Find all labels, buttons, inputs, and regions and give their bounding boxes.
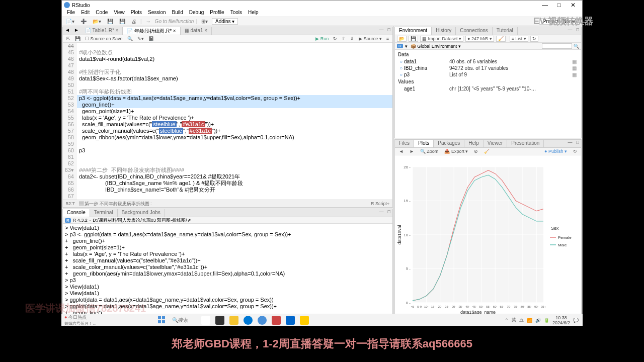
show-in-new-button[interactable]: ⇱	[65, 36, 72, 41]
nav-fwd-button[interactable]: ►	[72, 27, 81, 35]
export-button[interactable]: 📤 Export ▾	[442, 149, 470, 154]
open-file-button[interactable]: 📂▾	[91, 19, 103, 24]
env-search-input[interactable]	[542, 43, 572, 49]
working-dir: D:/课程材料/同人发表论/实现03 双画图-折线图/	[93, 217, 187, 224]
tray-chevron-icon[interactable]: ⌃	[505, 318, 509, 323]
tray-notif-icon[interactable]: 💬	[573, 318, 579, 323]
tab-console[interactable]: Console	[63, 209, 90, 217]
tray-lang2[interactable]: 五	[519, 317, 524, 323]
tab-plots[interactable]: Plots	[414, 140, 434, 147]
menu-plots[interactable]: Plots	[128, 10, 145, 17]
tab-packages[interactable]: Packages	[434, 140, 464, 147]
tab-files[interactable]: Files	[395, 140, 414, 147]
close-button[interactable]: ✕	[566, 2, 580, 9]
save-source-button[interactable]: 💾	[73, 36, 82, 41]
tb-app-icon[interactable]	[300, 316, 309, 325]
code-editor[interactable]: 4445#取小2位数点46data1$val<-round(data1$val,…	[63, 43, 392, 200]
tab-help[interactable]: Help	[464, 140, 484, 147]
go-up-button[interactable]: ⇧	[340, 36, 347, 41]
tb-app-icon[interactable]	[215, 316, 224, 325]
source-on-save-checkbox[interactable]: ☐ Source on Save	[84, 36, 124, 41]
refresh-env-button[interactable]: ↻	[530, 36, 538, 42]
tab-connections[interactable]: Connections	[456, 27, 493, 35]
console-minimize-icon[interactable]: —	[377, 209, 386, 217]
tb-app-icon[interactable]	[286, 316, 295, 325]
zoom-button[interactable]: 🔍 Zoom	[418, 149, 441, 154]
menu-file[interactable]: File	[64, 10, 78, 17]
import-dataset-button[interactable]: ▦ Import Dataset ▾	[420, 36, 463, 42]
source-maximize-icon[interactable]: □	[386, 27, 392, 35]
new-file-button[interactable]: 📄▾	[64, 19, 76, 24]
outline-button[interactable]: ≡	[385, 36, 390, 41]
nav-back-button[interactable]: ◄	[63, 27, 72, 35]
wd-browse-icon[interactable]: ⇗	[187, 218, 191, 223]
menu-tools[interactable]: Tools	[227, 10, 245, 17]
menu-debug[interactable]: Debug	[186, 10, 207, 17]
menu-build[interactable]: Build	[169, 10, 186, 17]
refresh-plot-button[interactable]: ↻	[571, 149, 579, 154]
load-workspace-button[interactable]: 📂	[397, 36, 407, 42]
env-view-mode[interactable]: ≡ List ▾	[510, 36, 528, 42]
save-all-button[interactable]: 💾	[117, 19, 127, 24]
source-minimize-icon[interactable]: —	[377, 27, 386, 35]
save-button[interactable]: 💾	[105, 19, 115, 24]
plots-maximize-icon[interactable]: □	[575, 140, 581, 147]
svg-text:85-: 85-	[527, 305, 532, 308]
plot-prev-button[interactable]: ◄	[397, 149, 406, 154]
menu-view[interactable]: View	[111, 10, 128, 17]
taskbar-search[interactable]: 🔍 搜索	[169, 317, 191, 324]
print-button[interactable]: 🖨	[129, 19, 138, 24]
compile-button[interactable]: 📓	[147, 36, 155, 41]
tab-ageplot[interactable]: 📄 年龄段折线图.R* ×	[123, 27, 180, 35]
tab-presentation[interactable]: Presentation	[507, 140, 544, 147]
plot-area: 0 -5 -10 -15 -20 -<55-910-15-20-25-30-35…	[395, 155, 581, 324]
tab-tutorial[interactable]: Tutorial	[493, 27, 518, 35]
plots-minimize-icon[interactable]: —	[566, 140, 575, 147]
remove-plot-button[interactable]: ⊘	[472, 149, 480, 154]
env-minimize-icon[interactable]: —	[566, 27, 575, 35]
tray-battery-icon[interactable]: 🔋	[544, 318, 549, 323]
tab-table1[interactable]: 📄 Table1.R* ×	[81, 27, 123, 35]
tab-viewer[interactable]: Viewer	[484, 140, 507, 147]
tray-volume-icon[interactable]: 🔊	[535, 318, 541, 323]
console-maximize-icon[interactable]: □	[386, 209, 392, 217]
memory-usage[interactable]: ● 247 MiB ▾	[465, 36, 494, 42]
goto-input[interactable]: Go to file/function	[155, 19, 194, 24]
run-button[interactable]: ▶ Run	[314, 36, 330, 41]
tab-terminal[interactable]: Terminal	[90, 209, 118, 217]
rerun-button[interactable]: ↻	[332, 36, 339, 41]
tb-edge-icon[interactable]	[244, 316, 253, 325]
new-project-button[interactable]: ➕	[78, 19, 89, 24]
publish-button[interactable]: ● Publish ▾	[542, 149, 569, 154]
plot-next-button[interactable]: ►	[408, 149, 416, 154]
tab-data1[interactable]: ▦ data1 ×	[181, 27, 212, 35]
tray-lang1[interactable]: 英	[512, 317, 516, 323]
menu-help[interactable]: Help	[245, 10, 262, 17]
tb-app-icon[interactable]	[201, 316, 210, 325]
menu-code[interactable]: Code	[93, 10, 111, 17]
wand-button[interactable]: ✎▾	[136, 36, 145, 41]
tab-jobs[interactable]: Background Jobs	[118, 209, 165, 217]
menu-profile[interactable]: Profile	[207, 10, 227, 17]
maximize-button[interactable]: □	[552, 2, 566, 9]
minimize-button[interactable]: —	[538, 2, 552, 9]
tray-wifi-icon[interactable]: 📶	[527, 318, 532, 323]
go-down-button[interactable]: ⇩	[349, 36, 356, 41]
env-search-icon[interactable]: 🔍	[574, 44, 579, 49]
start-button[interactable]	[154, 316, 169, 324]
clear-env-button[interactable]: 🧹	[496, 36, 506, 42]
tb-rstudio-icon[interactable]	[258, 316, 267, 325]
env-maximize-icon[interactable]: □	[575, 27, 581, 35]
addins-button[interactable]: Addins ▾	[212, 18, 238, 25]
source-button[interactable]: ▶ Source ▾	[357, 36, 383, 41]
menu-edit[interactable]: Edit	[78, 10, 93, 17]
tab-history[interactable]: History	[432, 27, 456, 35]
menu-session[interactable]: Session	[145, 10, 169, 17]
save-workspace-button[interactable]: 💾	[409, 36, 418, 42]
clear-plots-button[interactable]: 🧹	[482, 149, 492, 154]
panes-button[interactable]: ⊞▾	[199, 19, 210, 24]
find-button[interactable]: 🔍	[126, 36, 134, 41]
tb-wps-icon[interactable]	[272, 316, 281, 325]
tb-explorer-icon[interactable]	[229, 316, 238, 325]
tab-environment[interactable]: Environment	[395, 27, 432, 35]
